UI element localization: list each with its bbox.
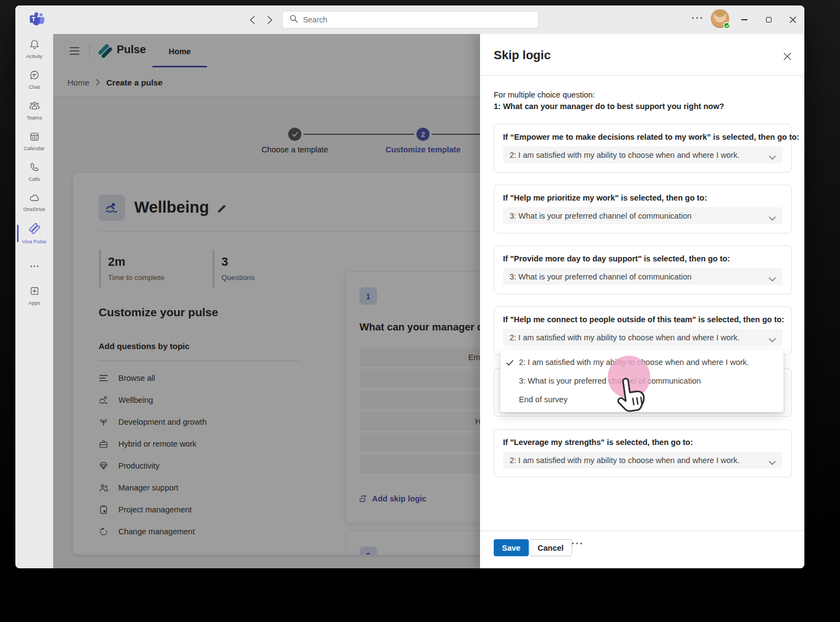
rule-goto-value: 3: What is your preferred channel of com… (510, 272, 692, 281)
bell-icon (30, 39, 39, 52)
search-box[interactable] (282, 11, 539, 28)
sidebar-item-chat[interactable]: Chat (15, 65, 53, 95)
divider (480, 530, 804, 531)
minimize-button[interactable] (737, 13, 751, 26)
panel-intro: For multiple choice question: (494, 90, 595, 99)
rule-goto-dropdown[interactable]: 3: What is your preferred channel of com… (503, 268, 782, 285)
rule-goto-dropdown[interactable]: 2: I am satisfied with my ability to cho… (503, 146, 782, 163)
panel-more-button[interactable]: ··· (572, 538, 584, 549)
cloud-icon (29, 193, 40, 204)
sidebar-item-activity[interactable]: Activity (15, 34, 53, 65)
rule-goto-value: 2: I am satisfied with my ability to cho… (510, 333, 740, 342)
desktop-background: ··· Activity Chat Teams Calendar (0, 0, 840, 622)
search-input[interactable] (303, 15, 532, 24)
chevron-down-icon (769, 458, 776, 467)
rule-goto-value: 3: What is your preferred channel of com… (510, 212, 692, 220)
avatar[interactable] (711, 9, 729, 28)
phone-icon (30, 162, 39, 174)
dropdown-option-label: End of survey (519, 395, 568, 404)
titlebar-more-button[interactable]: ··· (692, 13, 704, 24)
rule-card-4: If "Help me connect to people outside of… (494, 306, 792, 355)
teams-window: ··· Activity Chat Teams Calendar (15, 5, 804, 568)
save-button[interactable]: Save (494, 539, 529, 556)
maximize-button[interactable] (762, 13, 776, 26)
rule-goto-dropdown-open[interactable]: 2: I am satisfied with my ability to cho… (503, 329, 782, 346)
rule-card-1: If “Empower me to make decisions related… (494, 124, 792, 173)
sidebar-item-viva-pulse[interactable]: Viva Pulse (15, 218, 53, 249)
sidebar-item-label: Teams (27, 115, 42, 121)
rule-goto-dropdown[interactable]: 2: I am satisfied with my ability to cho… (503, 452, 782, 469)
sidebar-item-onedrive[interactable]: OneDrive (15, 187, 53, 218)
teams-logo-icon (30, 12, 46, 28)
nav-forward-button[interactable] (263, 13, 276, 26)
presence-available-icon (723, 22, 730, 29)
rule-goto-value: 2: I am satisfied with my ability to cho… (510, 456, 740, 465)
nav-back-button[interactable] (245, 13, 259, 26)
chat-icon (30, 70, 39, 82)
teams-people-icon (29, 101, 40, 113)
rule-condition: If "Leverage my strengths" is selected, … (503, 438, 782, 447)
more-dots-icon (30, 260, 39, 270)
chevron-down-icon (769, 153, 776, 162)
close-window-button[interactable] (786, 13, 800, 26)
sidebar-item-label: Chat (28, 84, 39, 90)
rule-card-3: If "Provide more day to day support" is … (494, 246, 792, 294)
rule-condition: If "Help me prioritize my work" is selec… (503, 193, 782, 202)
rule-card-5: If "Leverage my strengths" is selected, … (494, 429, 792, 477)
sidebar-item-calendar[interactable]: Calendar (15, 126, 53, 157)
teams-title-bar: ··· (15, 5, 804, 34)
chevron-down-icon (769, 335, 776, 344)
sidebar-more-button[interactable] (15, 255, 53, 274)
sidebar-item-label: Viva Pulse (22, 238, 47, 244)
calendar-icon (30, 132, 39, 144)
divider (480, 75, 804, 76)
rule-condition: If "Help me connect to people outside of… (503, 315, 782, 324)
sidebar-item-label: Calls (28, 176, 40, 182)
sidebar-item-label: Calendar (24, 145, 45, 151)
sidebar-item-label: Activity (26, 53, 42, 59)
rule-condition: If "Provide more day to day support" is … (503, 254, 782, 263)
sidebar-item-label: Apps (28, 300, 41, 306)
panel-question: 1: What can your manager do to best supp… (494, 102, 724, 111)
cancel-button[interactable]: Cancel (529, 539, 572, 556)
apps-plus-icon (30, 286, 39, 298)
rule-goto-value: 2: I am satisfied with my ability to cho… (510, 151, 740, 159)
sidebar-item-calls[interactable]: Calls (15, 157, 53, 187)
close-panel-button[interactable] (780, 49, 795, 64)
search-icon (289, 14, 298, 25)
skip-logic-panel: Skip logic For multiple choice question:… (480, 34, 804, 568)
rule-card-2: If "Help me prioritize my work" is selec… (494, 185, 792, 233)
viva-pulse-icon (28, 222, 41, 237)
rule-condition: If “Empower me to make decisions related… (503, 133, 782, 141)
sidebar-item-label: OneDrive (23, 206, 45, 212)
sidebar-item-teams[interactable]: Teams (15, 95, 53, 126)
check-icon (506, 359, 513, 368)
panel-title: Skip logic (494, 48, 551, 62)
chevron-down-icon (769, 214, 776, 222)
sidebar-item-apps[interactable]: Apps (15, 281, 53, 311)
app-rail: Activity Chat Teams Calendar Calls OneDr… (15, 34, 53, 568)
hand-cursor-icon (613, 374, 652, 419)
rule-goto-dropdown[interactable]: 3: What is your preferred channel of com… (503, 207, 782, 224)
chevron-down-icon (769, 275, 776, 283)
